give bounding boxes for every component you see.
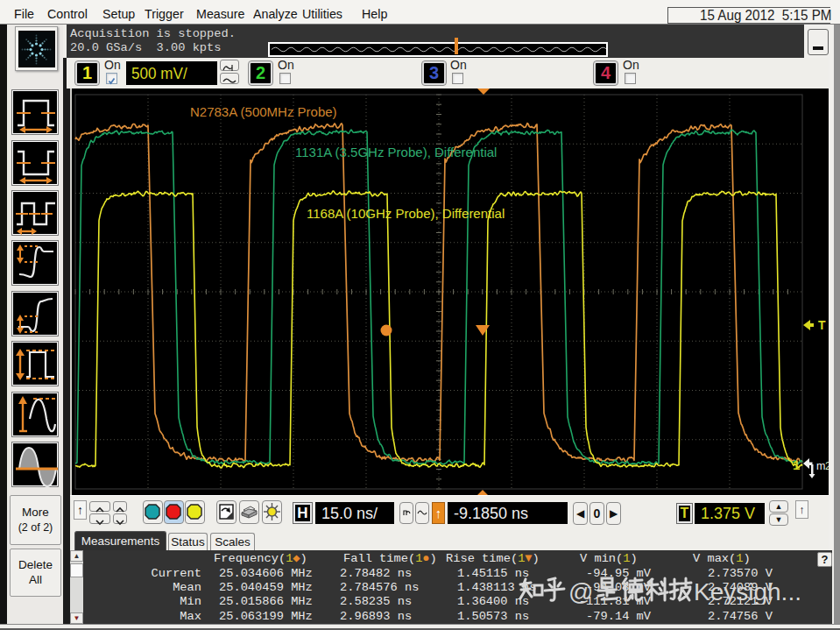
- svg-text:Keysigh...: Keysigh...: [694, 578, 801, 605]
- svg-text:@: @: [568, 578, 593, 605]
- svg-text:1: 1: [793, 457, 800, 472]
- svg-text:1168A (10GHz Probe), Different: 1168A (10GHz Probe), Differential: [307, 206, 505, 221]
- svg-text:m: m: [816, 460, 825, 472]
- svg-text:T: T: [818, 318, 826, 332]
- svg-text:1131A (3.5GHz Probe), Differen: 1131A (3.5GHz Probe), Differential: [295, 145, 497, 159]
- svg-text:N2783A (500MHz Probe): N2783A (500MHz Probe): [190, 104, 337, 119]
